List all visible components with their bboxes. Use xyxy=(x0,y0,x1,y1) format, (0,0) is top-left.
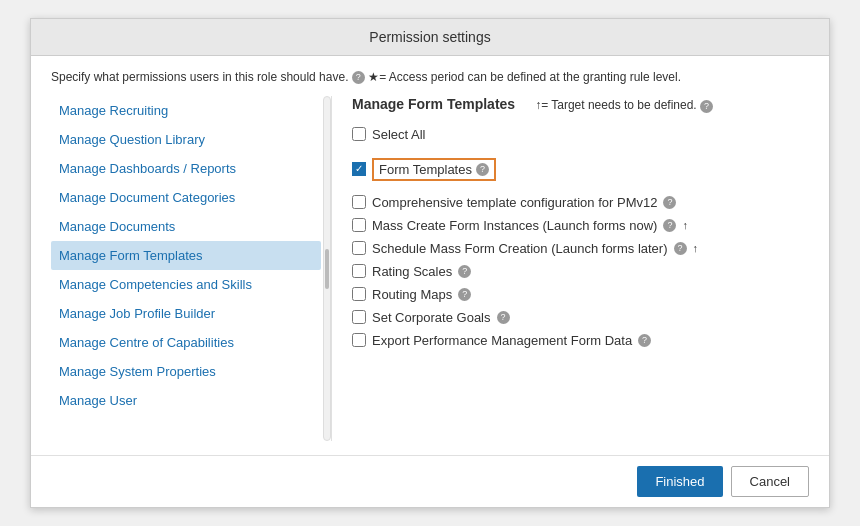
permission-items-container: Comprehensive template configuration for… xyxy=(352,191,809,352)
target-note: ↑= Target needs to be defined. ? xyxy=(535,98,713,112)
sidebar-item-manage-dashboards[interactable]: Manage Dashboards / Reports xyxy=(51,154,321,183)
sidebar-item-manage-user[interactable]: Manage User xyxy=(51,386,321,415)
info-icon-routing-maps[interactable]: ? xyxy=(458,288,471,301)
checkbox-set-corporate[interactable] xyxy=(352,310,366,324)
permission-settings-modal: Permission settings Specify what permiss… xyxy=(30,18,830,508)
sidebar-item-manage-job-profile[interactable]: Manage Job Profile Builder xyxy=(51,299,321,328)
select-all-row: Select All xyxy=(352,123,809,146)
permission-item-routing-maps: Routing Maps? xyxy=(352,283,809,306)
target-note-info-icon[interactable]: ? xyxy=(700,100,713,113)
intro-text: Specify what permissions users in this r… xyxy=(51,70,809,84)
select-all-checkbox[interactable] xyxy=(352,127,366,141)
form-templates-row: Form Templates ? xyxy=(352,154,809,185)
permission-item-export-performance: Export Performance Management Form Data? xyxy=(352,329,809,352)
sidebar-item-manage-system-properties[interactable]: Manage System Properties xyxy=(51,357,321,386)
label-export-performance[interactable]: Export Performance Management Form Data xyxy=(372,333,632,348)
permission-item-set-corporate: Set Corporate Goals? xyxy=(352,306,809,329)
info-icon-mass-create[interactable]: ? xyxy=(663,219,676,232)
scrollbar-track[interactable] xyxy=(323,96,331,441)
form-templates-info-icon[interactable]: ? xyxy=(476,163,489,176)
scrollbar-thumb[interactable] xyxy=(325,249,329,289)
checkbox-routing-maps[interactable] xyxy=(352,287,366,301)
content-header: Manage Form Templates ↑= Target needs to… xyxy=(352,96,809,112)
sidebar-item-manage-recruiting[interactable]: Manage Recruiting xyxy=(51,96,321,125)
checkbox-mass-create[interactable] xyxy=(352,218,366,232)
content-title: Manage Form Templates xyxy=(352,96,515,112)
info-icon-export-performance[interactable]: ? xyxy=(638,334,651,347)
sidebar: Manage RecruitingManage Question Library… xyxy=(51,96,331,441)
modal-body: Specify what permissions users in this r… xyxy=(31,56,829,455)
modal-footer: Finished Cancel xyxy=(31,455,829,507)
sidebar-item-manage-question-library[interactable]: Manage Question Library xyxy=(51,125,321,154)
label-set-corporate[interactable]: Set Corporate Goals xyxy=(372,310,491,325)
permission-item-comprehensive: Comprehensive template configuration for… xyxy=(352,191,809,214)
sidebar-item-manage-documents[interactable]: Manage Documents xyxy=(51,212,321,241)
finished-button[interactable]: Finished xyxy=(637,466,722,497)
main-content: Manage RecruitingManage Question Library… xyxy=(51,96,809,441)
sidebar-item-manage-document-categories[interactable]: Manage Document Categories xyxy=(51,183,321,212)
info-icon-rating-scales[interactable]: ? xyxy=(458,265,471,278)
info-icon-set-corporate[interactable]: ? xyxy=(497,311,510,324)
content-area: Manage Form Templates ↑= Target needs to… xyxy=(331,96,809,441)
info-icon-comprehensive[interactable]: ? xyxy=(663,196,676,209)
label-rating-scales[interactable]: Rating Scales xyxy=(372,264,452,279)
checkbox-schedule-mass[interactable] xyxy=(352,241,366,255)
cancel-button[interactable]: Cancel xyxy=(731,466,809,497)
label-mass-create[interactable]: Mass Create Form Instances (Launch forms… xyxy=(372,218,657,233)
checkbox-export-performance[interactable] xyxy=(352,333,366,347)
intro-info-icon[interactable]: ? xyxy=(352,71,365,84)
form-templates-checkbox[interactable] xyxy=(352,162,366,176)
modal-header: Permission settings xyxy=(31,19,829,56)
info-icon-schedule-mass[interactable]: ? xyxy=(674,242,687,255)
checkbox-comprehensive[interactable] xyxy=(352,195,366,209)
select-all-label[interactable]: Select All xyxy=(372,127,425,142)
permission-item-schedule-mass: Schedule Mass Form Creation (Launch form… xyxy=(352,237,809,260)
form-templates-box: Form Templates ? xyxy=(372,158,496,181)
sidebar-item-manage-competencies[interactable]: Manage Competencies and Skills xyxy=(51,270,321,299)
target-symbol-mass-create: ↑ xyxy=(682,219,688,231)
label-comprehensive[interactable]: Comprehensive template configuration for… xyxy=(372,195,657,210)
sidebar-item-manage-form-templates[interactable]: Manage Form Templates xyxy=(51,241,321,270)
permission-item-rating-scales: Rating Scales? xyxy=(352,260,809,283)
permission-item-mass-create: Mass Create Form Instances (Launch forms… xyxy=(352,214,809,237)
label-schedule-mass[interactable]: Schedule Mass Form Creation (Launch form… xyxy=(372,241,668,256)
modal-title: Permission settings xyxy=(369,29,490,45)
checkbox-rating-scales[interactable] xyxy=(352,264,366,278)
label-routing-maps[interactable]: Routing Maps xyxy=(372,287,452,302)
sidebar-item-manage-centre[interactable]: Manage Centre of Capabilities xyxy=(51,328,321,357)
form-templates-label: Form Templates xyxy=(379,162,472,177)
target-symbol-schedule-mass: ↑ xyxy=(693,242,699,254)
